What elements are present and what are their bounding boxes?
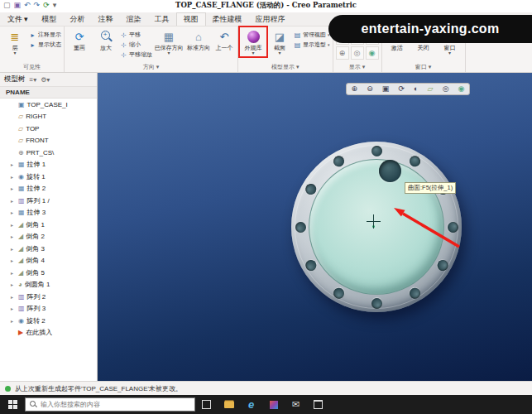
task-view-icon[interactable] [195,395,218,414]
expand-icon[interactable]: ▸ [11,222,16,228]
pan-zoom-button[interactable]: ⊹平移缩放 [120,51,152,59]
spin-center-toggle[interactable] [366,46,379,60]
tree-item[interactable]: ▸ 拉伸 1 [0,159,97,171]
tree-item[interactable]: ▸ TOP [0,123,97,135]
csys-display-toggle[interactable] [336,46,349,60]
browser-icon[interactable] [240,395,262,414]
tree-item[interactable]: ▸ 拉伸 2 [0,183,97,195]
tree-item[interactable]: ▸ 倒角 1 [0,219,97,231]
creo-parametric-window: TOP_CASE_FLANGE (活动的) - Creo Parametric … [0,0,532,414]
annotation-display-button[interactable]: ▸注释显示 [29,31,61,39]
repaint-button[interactable]: 重画 [67,28,92,51]
expand-icon[interactable]: ▸ [11,209,16,215]
manage-views-button[interactable]: ▤管理视图▾ [294,31,330,39]
photos-icon[interactable] [262,395,285,414]
tree-list-icon[interactable]: ≡▾ [30,76,37,84]
layers-button[interactable]: 层 ▾ [2,28,27,55]
file-explorer-icon[interactable] [218,395,240,414]
regenerate-icon[interactable] [43,1,50,9]
standard-orientation-button[interactable]: 标准方向 [185,28,212,51]
tree-item[interactable]: ▸ 倒圆角 1 [0,279,97,291]
pan-button[interactable]: ⊹平移 [120,31,152,39]
tree-item[interactable]: ▸ 阵列 1 / [0,195,97,207]
bolt-hole [448,222,458,233]
surface-tooltip: 曲面:F5(拉伸_1) [405,182,456,194]
tree-item[interactable]: ▸ 倒角 3 [0,243,97,255]
tree-column-header[interactable]: PNAME [0,87,97,99]
save-icon[interactable] [14,1,22,9]
tab-model[interactable]: 模型 [36,12,64,26]
chevron-down-icon: ▾ [167,51,170,55]
tab-applications[interactable]: 应用程序 [249,12,292,26]
tab-view[interactable]: 视图 [176,12,206,26]
tree-item[interactable]: ▸ 倒角 2 [0,231,97,243]
tree-item[interactable]: ▸ 旋转 2 [0,315,97,327]
tree-item[interactable]: ▸ 在此插入 [0,327,97,339]
status-message: 从上次重新生成起零件'TOP_CASE_FLANGE'未被更改。 [15,384,182,393]
refit-icon[interactable] [382,84,390,94]
taskbar-search[interactable] [25,397,195,412]
tree-item-icon [18,257,23,264]
redo-icon[interactable] [34,1,41,9]
tree-item[interactable]: ▸ RIGHT [0,111,97,123]
tab-tools[interactable]: 工具 [148,12,176,26]
file-menu-button[interactable]: 文件▾ [0,12,36,26]
undo-icon[interactable] [24,1,31,9]
sections-button[interactable]: 截面 ▾ [267,28,292,55]
tree-item[interactable]: ▸ PRT_CS\ [0,147,97,159]
saved-orientations-button[interactable]: 已保存方向 ▾ [154,28,184,55]
spin-center-icon[interactable] [458,84,465,94]
tree-item[interactable]: ▸ FRONT [0,135,97,147]
model-tree-list: ▸ TOP_CASE_I ▸ RIGHT ▸ TOP ▸ [0,99,97,339]
display-style-icon[interactable] [414,84,418,94]
feature-hole [379,160,401,182]
status-bar: 从上次重新生成起零件'TOP_CASE_FLANGE'未被更改。 [0,381,532,395]
datum-display-icon[interactable] [428,84,434,94]
search-input[interactable] [41,401,190,408]
tab-annotate[interactable]: 注释 [92,12,120,26]
tree-settings-icon[interactable]: ⚙▾ [41,76,50,84]
expand-icon[interactable]: ▸ [11,161,16,167]
repaint-icon[interactable] [398,84,405,94]
zoom-out-icon[interactable] [367,84,373,94]
expand-icon[interactable]: ▸ [11,174,16,180]
tab-analysis[interactable]: 分析 [64,12,92,26]
expand-icon[interactable]: ▸ [11,246,16,252]
zoom-in-button[interactable]: 放大 [93,28,118,51]
zoom-out-button[interactable]: ⊹缩小 [120,41,152,49]
tree-item[interactable]: ▸ 拉伸 3 [0,207,97,219]
expand-icon[interactable]: ▸ [11,185,16,191]
expand-icon[interactable]: ▸ [11,306,16,311]
expand-icon[interactable]: ▸ [11,258,16,263]
model-tree-panel: 模型树 ≡▾ ⚙▾ PNAME ▸ TOP_CASE_I ▸ RIGHT [0,73,98,381]
tab-flexible-modeling[interactable]: 柔性建模 [206,12,249,26]
store-icon[interactable] [307,395,329,414]
expand-icon[interactable]: ▸ [11,270,16,276]
zoom-in-icon[interactable] [352,84,358,94]
qat-menu-icon[interactable] [53,1,57,9]
appearance-gallery-button[interactable]: 外观库 ▾ [241,28,266,55]
tab-render[interactable]: 渲染 [120,12,148,26]
expand-icon[interactable]: ▸ [11,294,16,300]
button-icon: ⊹ [120,31,127,39]
expand-icon[interactable]: ▸ [11,198,16,204]
start-button[interactable] [0,395,25,414]
new-file-icon[interactable] [3,1,11,9]
expand-icon[interactable]: ▸ [11,282,16,287]
annotation-display-toggle[interactable] [351,46,364,60]
expand-icon[interactable]: ▸ [11,233,16,239]
tree-item[interactable]: ▸ 倒角 4 [0,255,97,267]
expand-icon[interactable]: ▸ [11,318,16,324]
show-status-button[interactable]: ▸显示状态 [29,41,61,49]
display-style-button[interactable]: ▤显示造型▾ [294,41,330,49]
previous-button[interactable]: 上一个 [213,28,235,51]
annotation-display-icon[interactable] [443,84,449,94]
tree-item[interactable]: ▸ 旋转 1 [0,171,97,183]
tree-item[interactable]: ▸ 阵列 3 [0,303,97,315]
tree-item[interactable]: ▸ TOP_CASE_I [0,99,97,111]
previous-icon [218,30,232,44]
mail-icon[interactable] [285,395,307,414]
tree-item[interactable]: ▸ 倒角 5 [0,267,97,279]
graphics-area[interactable]: 曲面:F5(拉伸_1) [98,73,532,381]
tree-item[interactable]: ▸ 阵列 2 [0,291,97,303]
